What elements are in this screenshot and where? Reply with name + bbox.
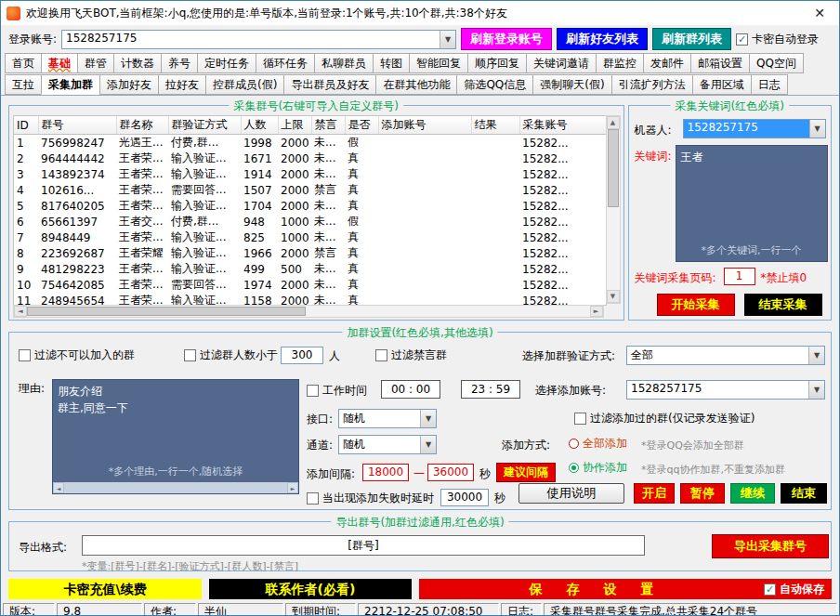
reason-textarea[interactable]: 朋友介绍 群主,同意一下 *多个理由,一行一个,随机选择 ◄ ► (52, 379, 299, 494)
tab-row2-3[interactable]: 拉好友 (158, 74, 206, 95)
stop-collect-button[interactable]: 结束采集 (744, 294, 822, 316)
filter-unjoinable-checkbox[interactable]: 过滤不可以加入的群 (19, 347, 135, 363)
mode-all-radio[interactable]: 全部添加 (569, 436, 627, 452)
manual-button[interactable]: 使用说明 (518, 483, 624, 504)
scrollbar-track[interactable] (64, 482, 287, 493)
tab-row2-0[interactable]: 互拉 (5, 74, 42, 95)
chevron-down-icon[interactable]: ▼ (440, 31, 455, 48)
filter-min-members-checkbox[interactable]: 过滤群人数小于 (184, 347, 278, 363)
mode-coop-radio[interactable]: 协作添加 (569, 460, 627, 476)
save-settings-button[interactable]: 保存设置 (419, 579, 764, 599)
tab-row2-1[interactable]: 采集加群 (41, 74, 100, 95)
robot-select[interactable]: 1528257175 ▼ (683, 119, 826, 138)
recharge-button[interactable]: 卡密充值\续费 (8, 579, 202, 599)
column-header[interactable]: 群名称 (116, 116, 168, 135)
scroll-down-icon[interactable]: ▼ (607, 290, 620, 303)
start-button[interactable]: 开启 (634, 483, 675, 504)
column-header[interactable]: 上限 (278, 116, 311, 135)
fail-delay-checkbox[interactable]: 当出现添加失败时延时 (307, 491, 434, 506)
worktime-start-input[interactable]: 00 : 00 (381, 380, 440, 399)
tab-row2-6[interactable]: 在群其他功能 (375, 74, 457, 95)
fail-delay-input[interactable]: 30000 (440, 489, 489, 506)
tab-row1-7[interactable]: 私聊群员 (314, 53, 374, 73)
tab-row1-9[interactable]: 智能回复 (409, 53, 468, 73)
tab-row1-10[interactable]: 顺序回复 (467, 53, 527, 73)
export-format-input[interactable]: [群号] (82, 535, 645, 556)
table-row[interactable]: 2964444442王者荣...输入验证...16712000未...真1528… (14, 151, 607, 166)
tab-row2-7[interactable]: 筛选QQ信息 (456, 74, 533, 95)
table-row[interactable]: 5817640205王者荣...输入验证...17042000未...真1528… (14, 198, 607, 214)
autosave-checkbox[interactable]: ✓ 自动保存 (764, 579, 824, 599)
scroll-up-icon[interactable]: ▲ (607, 116, 620, 129)
export-button[interactable]: 导出采集群号 (712, 534, 829, 558)
api-select[interactable]: 随机 ▼ (338, 409, 437, 428)
chevron-down-icon[interactable]: ▼ (420, 436, 436, 453)
tab-row1-6[interactable]: 循环任务 (256, 53, 315, 73)
worktime-end-input[interactable]: 23 : 59 (461, 380, 520, 399)
table-row[interactable]: 8223692687王者荣耀输入验证...19662000禁言真15282... (14, 245, 607, 261)
scroll-left-icon[interactable]: ◄ (53, 482, 64, 493)
table-row[interactable]: 78948449王者荣...输入验证...8251000未...真15282..… (14, 229, 607, 245)
chevron-down-icon[interactable]: ▼ (808, 347, 824, 364)
scrollbar-track[interactable] (27, 306, 590, 317)
start-collect-button[interactable]: 开始采集 (657, 294, 735, 316)
tab-row1-14[interactable]: 邮箱设置 (690, 53, 750, 73)
table-row[interactable]: 11248945654王者荣...输入验证...11582000未...真152… (14, 293, 607, 306)
tab-row1-15[interactable]: QQ空间 (749, 53, 804, 73)
table-vertical-scrollbar[interactable]: ▲ ▼ (606, 115, 621, 304)
scroll-right-icon[interactable]: ► (287, 482, 298, 493)
end-button[interactable]: 结束 (781, 483, 827, 504)
tab-row1-0[interactable]: 首页 (5, 53, 42, 73)
tab-row1-8[interactable]: 转图 (373, 53, 410, 73)
tab-row2-10[interactable]: 备用区域 (692, 74, 752, 95)
suggest-interval-button[interactable]: 建议间隔 (496, 463, 556, 482)
table-row[interactable]: 665661397王者交...付费,群...9481000未...假15282.… (14, 214, 607, 229)
interval-max-input[interactable]: 36000 (427, 464, 474, 481)
chevron-down-icon[interactable]: ▼ (809, 120, 825, 138)
column-header[interactable]: 采集账号 (519, 116, 607, 135)
verify-mode-select[interactable]: 全部 ▼ (626, 346, 825, 365)
tab-row2-4[interactable]: 控群成员(假) (205, 74, 284, 95)
tab-row1-4[interactable]: 养号 (161, 53, 198, 73)
refresh-login-button[interactable]: 刷新登录账号 (461, 28, 552, 50)
column-header[interactable]: 禁言 (311, 116, 345, 135)
worktime-checkbox[interactable]: 工作时间 (307, 383, 367, 399)
channel-select[interactable]: 随机 ▼ (338, 435, 437, 454)
login-account-select[interactable]: 1528257175 ▼ (61, 30, 456, 49)
table-row[interactable]: 1756998247光遇王...付费,群...19982000未...假1528… (14, 135, 607, 151)
table-row[interactable]: 3143892374王者荣...输入验证...19142000未...真1528… (14, 166, 607, 182)
tab-row1-2[interactable]: 群管 (77, 53, 114, 73)
tab-row1-1[interactable]: 基础 (41, 53, 78, 73)
min-members-input[interactable]: 300 (281, 347, 323, 364)
refresh-friends-button[interactable]: 刷新好友列表 (557, 28, 648, 50)
scrollbar-thumb[interactable] (608, 129, 619, 207)
tab-row1-12[interactable]: 群监控 (596, 53, 644, 73)
scroll-right-icon[interactable]: ► (590, 306, 603, 317)
continue-button[interactable]: 继续 (730, 483, 775, 504)
column-header[interactable]: 添加账号 (378, 116, 471, 135)
chevron-down-icon[interactable]: ▼ (420, 410, 436, 427)
table-row[interactable]: 10754642085王者荣...需要回答...19742000未...真152… (14, 277, 607, 293)
column-header[interactable]: 群验证方式 (168, 116, 241, 135)
contact-author-button[interactable]: 联系作者(必看) (209, 579, 412, 599)
column-header[interactable]: 群号 (38, 116, 116, 135)
close-icon[interactable]: ✕ (806, 6, 833, 20)
tab-row2-9[interactable]: 引流扩列方法 (611, 74, 693, 95)
table-row[interactable]: 9481298223王者荣...输入验证...499500未...真15282.… (14, 261, 607, 277)
filter-mute-checkbox[interactable]: 过滤禁言群 (375, 347, 447, 363)
tab-row2-8[interactable]: 强制聊天(假) (532, 74, 611, 95)
refresh-groups-button[interactable]: 刷新群列表 (652, 28, 731, 50)
pause-button[interactable]: 暂停 (680, 483, 725, 504)
column-header[interactable]: 人数 (241, 116, 278, 135)
chevron-down-icon[interactable]: ▼ (808, 381, 824, 399)
tab-row1-3[interactable]: 计数器 (113, 53, 162, 73)
page-input[interactable]: 1 (724, 268, 755, 285)
column-header[interactable]: 结果 (471, 116, 519, 135)
tab-row1-13[interactable]: 发邮件 (643, 53, 691, 73)
scroll-left-icon[interactable]: ◄ (14, 306, 27, 317)
filter-added-checkbox[interactable]: 过滤添加过的群(仅记录发送验证) (574, 411, 755, 426)
tab-row1-5[interactable]: 定时任务 (197, 53, 256, 73)
add-account-select[interactable]: 1528257175 ▼ (626, 380, 825, 400)
tab-row1-11[interactable]: 关键词邀请 (526, 53, 597, 73)
tab-row2-2[interactable]: 添加好友 (99, 74, 159, 95)
